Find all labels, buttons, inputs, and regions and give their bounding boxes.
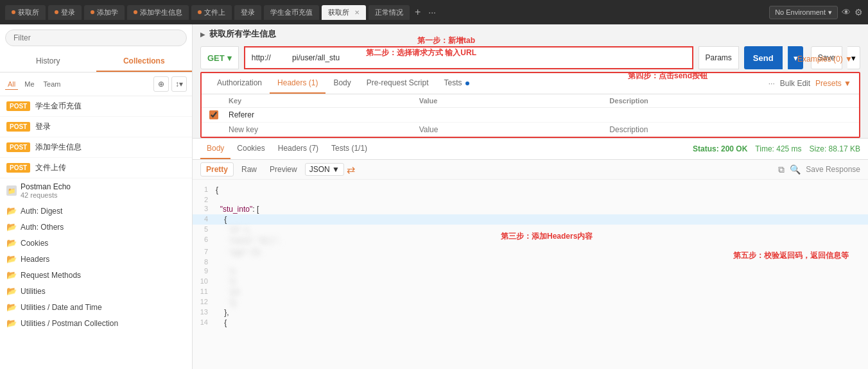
line-content-blurred: "name": "张三",	[216, 236, 868, 246]
line-content-blurred: "b	[216, 277, 868, 286]
add-tab-button[interactable]: +	[412, 6, 423, 18]
tab-add-info[interactable]: 添加学生信息	[127, 5, 189, 20]
create-collection-button[interactable]: ⊕	[153, 76, 169, 92]
list-item[interactable]: POST 学生金币充值	[0, 96, 192, 117]
folder-item[interactable]: 📂 Utilities / Date and Time	[0, 299, 192, 315]
folder-name: Utilities / Postman Collection	[21, 319, 118, 328]
folder-item[interactable]: 📂 Auth: Digest	[0, 203, 192, 219]
folder-item[interactable]: 📂 Cookies	[0, 235, 192, 251]
tab-tests[interactable]: Tests	[436, 73, 476, 94]
response-status-bar: Status: 200 OK Time: 425 ms Size: 88.17 …	[693, 144, 860, 153]
tab-label: 正常情况	[375, 8, 403, 17]
headers-row: Referer	[202, 108, 859, 123]
tab-get-all[interactable]: 获取所	[5, 5, 46, 20]
list-item[interactable]: POST 登录	[0, 117, 192, 137]
folder-name: Request Methods	[21, 271, 81, 280]
filter-all[interactable]: All	[5, 79, 18, 90]
line-content: "stu_into": [	[216, 205, 868, 214]
tab-pre-request[interactable]: Pre-request Script	[359, 73, 437, 94]
collection-icon: 📁	[6, 185, 17, 196]
tab-normal[interactable]: 正常情况	[369, 5, 410, 20]
presets-button[interactable]: Presets ▼	[815, 79, 851, 88]
resp-tab-headers[interactable]: Headers (7)	[272, 139, 325, 159]
tab-login1[interactable]: 登录	[48, 5, 82, 20]
save-response-button[interactable]: Save Response	[806, 165, 860, 174]
folder-item[interactable]: 📂 Utilities	[0, 283, 192, 299]
tab-close-icon[interactable]: ✕	[354, 9, 360, 16]
response-actions: ⧉ 🔍 Save Response	[778, 164, 860, 175]
bulk-edit-button[interactable]: Bulk Edit	[780, 79, 810, 88]
search-input[interactable]	[5, 30, 187, 46]
code-line: 5 "id": 1,	[193, 225, 868, 235]
params-button[interactable]: Params	[699, 46, 739, 69]
env-eye-icon[interactable]: 👁	[842, 7, 851, 17]
line-number: 2	[193, 196, 216, 203]
folder-icon: 📂	[6, 206, 17, 216]
resp-tab-tests[interactable]: Tests (1/1)	[325, 139, 374, 159]
list-item[interactable]: POST 文件上传	[0, 158, 192, 178]
item-name: 文件上传	[35, 162, 66, 173]
env-select[interactable]: No Environment ▾	[769, 6, 838, 19]
search-button[interactable]: 🔍	[790, 164, 801, 175]
tab-add-short[interactable]: 添加学	[84, 5, 125, 20]
new-desc-input[interactable]	[609, 125, 800, 134]
tab-authorization[interactable]: Authorization	[209, 73, 270, 94]
format-icon[interactable]: ⇄	[347, 164, 355, 176]
folder-item[interactable]: 📂 Auth: Others	[0, 219, 192, 235]
resp-tab-cookies[interactable]: Cookies	[230, 139, 271, 159]
resp-tab-body[interactable]: Body	[200, 139, 230, 159]
request-tabs-wrapper: Authorization Headers (1) Body Pre-reque…	[200, 72, 860, 138]
header-checkbox[interactable]	[209, 110, 218, 119]
env-gear-icon[interactable]: ⚙	[855, 7, 863, 17]
tab-get-active[interactable]: 获取所 ✕	[322, 5, 366, 20]
line-content-blurred: "age": 20,	[216, 248, 868, 257]
examples-link[interactable]: Examples (0) ▼	[797, 55, 858, 64]
line-number: 10	[193, 277, 216, 286]
collection-item[interactable]: 📁 Postman Echo 42 requests	[0, 178, 192, 203]
copy-button[interactable]: ⧉	[778, 164, 785, 175]
more-tabs-button[interactable]: ···	[426, 7, 438, 17]
send-button[interactable]: Send	[744, 46, 783, 69]
tab-login2[interactable]: 登录	[234, 5, 261, 20]
line-number: 4	[193, 215, 216, 224]
folder-item[interactable]: 📂 Request Methods	[0, 267, 192, 283]
code-line: 8	[193, 257, 868, 266]
new-key-input[interactable]	[229, 125, 419, 134]
fmt-raw-button[interactable]: Raw	[236, 163, 262, 176]
line-content-blurred: "e	[216, 267, 868, 276]
code-line: 9 "e	[193, 266, 868, 277]
list-item[interactable]: POST 添加学生信息	[0, 137, 192, 158]
request-title-bar: ▶ 获取所有学生信息	[193, 24, 868, 44]
line-content	[216, 258, 868, 266]
sidebar-filter-bar: All Me Team ⊕ ↕▾	[0, 73, 192, 96]
new-value-input[interactable]	[419, 125, 610, 134]
content-area: ▶ 获取所有学生信息 GET ▾ Params Send ▾ Save ▾ Au…	[193, 24, 868, 369]
url-input[interactable]	[244, 46, 693, 69]
filter-team[interactable]: Team	[41, 79, 64, 89]
tab-coins[interactable]: 学生金币充值	[264, 5, 319, 20]
folder-icon: 📂	[6, 270, 17, 280]
folder-icon: 📂	[6, 222, 17, 232]
sidebar-tab-collections[interactable]: Collections	[96, 51, 193, 72]
format-select[interactable]: JSON ▼	[305, 163, 344, 176]
three-dots-icon[interactable]: ···	[768, 79, 775, 88]
sort-button[interactable]: ↕▾	[171, 76, 187, 92]
method-select[interactable]: GET ▾	[200, 46, 239, 69]
line-content-blurred: "id": 1,	[216, 225, 868, 234]
folder-icon: 📂	[6, 254, 17, 264]
tab-file[interactable]: 文件上	[191, 5, 232, 20]
folder-name: Utilities	[21, 287, 46, 296]
examples-link-container: Examples (0) ▼	[797, 55, 858, 64]
line-content: },	[216, 308, 868, 317]
tab-headers[interactable]: Headers (1)	[270, 73, 326, 94]
folder-icon: 📂	[6, 238, 17, 248]
sidebar-tab-history[interactable]: History	[0, 51, 96, 72]
fmt-pretty-button[interactable]: Pretty	[200, 162, 234, 176]
folder-item[interactable]: 📂 Headers	[0, 251, 192, 267]
filter-me[interactable]: Me	[22, 79, 37, 89]
expand-arrow-icon[interactable]: ▶	[200, 31, 205, 38]
fmt-preview-button[interactable]: Preview	[265, 163, 302, 176]
tab-body[interactable]: Body	[326, 73, 358, 94]
folder-item[interactable]: 📂 Utilities / Postman Collection	[0, 315, 192, 331]
line-number: 3	[193, 205, 216, 214]
